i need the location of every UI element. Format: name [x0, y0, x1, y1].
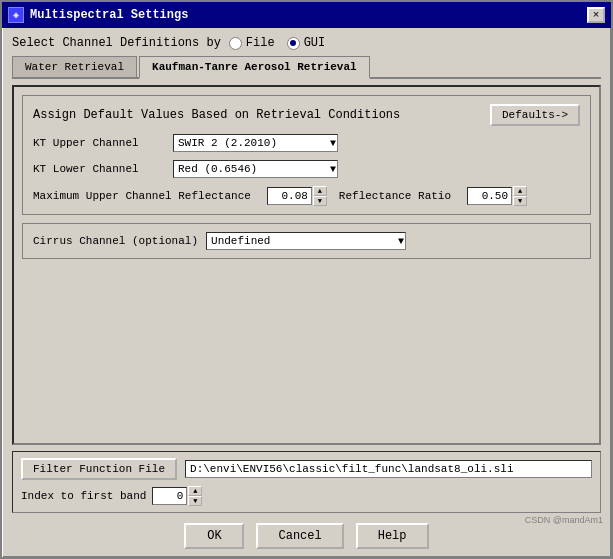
cirrus-label: Cirrus Channel (optional) — [33, 235, 198, 247]
window-icon: ◈ — [8, 7, 24, 23]
radio-gui-label[interactable]: GUI — [287, 36, 326, 50]
filter-path-display: D:\envi\ENVI56\classic\filt_func\landsat… — [185, 460, 592, 478]
reflectance-label: Reflectance Ratio — [339, 190, 451, 202]
index-spin-buttons: ▲ ▼ — [188, 486, 202, 506]
tab-water-retrieval[interactable]: Water Retrieval — [12, 56, 137, 77]
help-button[interactable]: Help — [356, 523, 429, 549]
tabs-container: Water Retrieval Kaufman-Tanre Aerosol Re… — [12, 56, 601, 79]
filter-function-button[interactable]: Filter Function File — [21, 458, 177, 480]
kt-lower-row: KT Lower Channel Red (0.6546) Green (0.5… — [33, 160, 580, 178]
cancel-button[interactable]: Cancel — [256, 523, 343, 549]
reflectance-spin-buttons: ▲ ▼ — [513, 186, 527, 206]
cirrus-select[interactable]: Undefined Band 1 Band 2 — [206, 232, 406, 250]
channel-def-row: Select Channel Definitions by File GUI — [12, 36, 601, 50]
main-panel: Assign Default Values Based on Retrieval… — [12, 85, 601, 445]
window-title: Multispectral Settings — [30, 8, 188, 22]
reflectance-spin-up[interactable]: ▲ — [513, 186, 527, 196]
index-spin-down[interactable]: ▼ — [188, 496, 202, 506]
radio-file-outer — [229, 37, 242, 50]
tab-kaufman-tanre[interactable]: Kaufman-Tanre Aerosol Retrieval — [139, 56, 370, 79]
max-upper-spin-up[interactable]: ▲ — [313, 186, 327, 196]
radio-group: File GUI — [229, 36, 325, 50]
radio-file-label[interactable]: File — [229, 36, 275, 50]
bottom-panel: Filter Function File D:\envi\ENVI56\clas… — [12, 451, 601, 513]
kt-lower-select-wrapper: Red (0.6546) Green (0.5600) Blue (0.4700… — [173, 160, 338, 178]
cirrus-box: Cirrus Channel (optional) Undefined Band… — [22, 223, 591, 259]
window-content: Select Channel Definitions by File GUI — [2, 28, 611, 557]
reflectance-spin-down[interactable]: ▼ — [513, 196, 527, 206]
inner-box: Assign Default Values Based on Retrieval… — [22, 95, 591, 215]
defaults-row: Assign Default Values Based on Retrieval… — [33, 104, 580, 126]
index-label: Index to first band — [21, 490, 146, 502]
radio-gui-inner — [290, 40, 296, 46]
spinbox-row: Maximum Upper Channel Reflectance ▲ ▼ Re… — [33, 186, 580, 206]
assign-label: Assign Default Values Based on Retrieval… — [33, 108, 400, 122]
action-buttons-row: OK Cancel Help — [12, 523, 601, 549]
max-upper-spin-buttons: ▲ ▼ — [313, 186, 327, 206]
radio-gui-text: GUI — [304, 36, 326, 50]
index-spinbox: ▲ ▼ — [152, 486, 202, 506]
reflectance-spinbox: ▲ ▼ — [467, 186, 527, 206]
kt-upper-label: KT Upper Channel — [33, 137, 173, 149]
defaults-button[interactable]: Defaults-> — [490, 104, 580, 126]
max-upper-input[interactable] — [267, 187, 312, 205]
kt-upper-select[interactable]: SWIR 2 (2.2010) SWIR 1 (1.6500) NIR (0.8… — [173, 134, 338, 152]
main-window: ◈ Multispectral Settings × Select Channe… — [0, 0, 613, 559]
close-button[interactable]: × — [587, 7, 605, 23]
cirrus-select-wrapper: Undefined Band 1 Band 2 ▼ — [206, 232, 406, 250]
title-bar: ◈ Multispectral Settings × — [2, 2, 611, 28]
max-upper-label: Maximum Upper Channel Reflectance — [33, 190, 251, 202]
watermark: CSDN @mandAm1 — [525, 515, 603, 525]
radio-file-text: File — [246, 36, 275, 50]
select-channel-label: Select Channel Definitions by — [12, 36, 221, 50]
index-spin-up[interactable]: ▲ — [188, 486, 202, 496]
ok-button[interactable]: OK — [184, 523, 244, 549]
kt-upper-row: KT Upper Channel SWIR 2 (2.2010) SWIR 1 … — [33, 134, 580, 152]
index-input[interactable] — [152, 487, 187, 505]
kt-lower-select[interactable]: Red (0.6546) Green (0.5600) Blue (0.4700… — [173, 160, 338, 178]
index-row: Index to first band ▲ ▼ — [21, 486, 592, 506]
filter-row: Filter Function File D:\envi\ENVI56\clas… — [21, 458, 592, 480]
reflectance-input[interactable] — [467, 187, 512, 205]
max-upper-spin-down[interactable]: ▼ — [313, 196, 327, 206]
max-upper-spinbox: ▲ ▼ — [267, 186, 327, 206]
kt-lower-label: KT Lower Channel — [33, 163, 173, 175]
kt-upper-select-wrapper: SWIR 2 (2.2010) SWIR 1 (1.6500) NIR (0.8… — [173, 134, 338, 152]
radio-gui-outer — [287, 37, 300, 50]
